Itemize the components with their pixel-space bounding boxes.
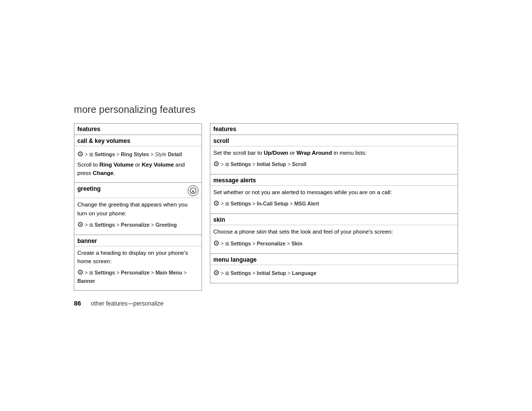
page-container: more personalizing features features cal… [74,94,458,317]
banner-text: Create a heading to display on your phon… [77,249,199,266]
banner-header: banner [74,235,201,246]
page-footer: 86 other features—personalize [74,300,458,307]
call-volumes-nav: ⊙ > ⊞ Settings > Ring Styles > Style Det… [77,149,199,159]
call-key-volumes-body: ⊙ > ⊞ Settings > Ring Styles > Style Det… [74,146,201,183]
greeting-header: greeting A [74,183,201,198]
skin-text: Choose a phone skin that sets the look a… [213,228,455,236]
footer-label: other features—personalize [91,300,163,307]
left-table: features call & key volumes ⊙ > ⊞ Settin… [74,123,202,291]
skin-nav: ⊙ > ⊞ Settings > Personalize > Skin [213,238,455,248]
menu-language-header: menu language [210,254,458,265]
greeting-icon: A [188,185,199,196]
svg-text:A: A [192,189,195,194]
message-alerts-body: Set whether or not you are alerted to me… [210,186,458,214]
page-title: more personalizing features [74,104,458,115]
skin-body: Choose a phone skin that sets the look a… [210,225,458,253]
scroll-body: Set the scroll bar to Up/Down or Wrap Ar… [210,146,458,174]
greeting-nav: ⊙ > ⊞ Settings > Personalize > Greeting [77,219,199,230]
skin-header: skin [210,214,458,225]
scroll-text: Set the scroll bar to Up/Down or Wrap Ar… [213,149,455,157]
message-alerts-header: message alerts [210,174,458,186]
greeting-body: Change the greeting that appears when yo… [74,198,201,235]
left-table-header: features [74,124,201,135]
banner-nav: ⊙ > ⊞ Settings > Personalize > Main Menu… [77,267,199,285]
menu-language-nav: ⊙ > ⊞ Settings > Initial Setup > Languag… [213,268,455,278]
greeting-text: Change the greeting that appears when yo… [77,201,199,218]
call-key-volumes-header: call & key volumes [74,135,201,146]
two-column-layout: features call & key volumes ⊙ > ⊞ Settin… [74,123,458,291]
call-volumes-text: Scroll to Ring Volume or Key Volume and … [77,161,199,178]
message-alerts-text: Set whether or not you are alerted to me… [213,188,455,197]
right-table-header: features [210,124,458,135]
menu-language-body: ⊙ > ⊞ Settings > Initial Setup > Languag… [210,265,458,283]
right-table: features scroll Set the scroll bar to Up… [210,123,458,283]
message-alerts-nav: ⊙ > ⊞ Settings > In-Call Setup > MSG Ale… [213,198,455,208]
banner-body: Create a heading to display on your phon… [74,246,201,290]
page-number: 86 [74,300,81,307]
scroll-header: scroll [210,135,458,146]
scroll-nav: ⊙ > ⊞ Settings > Initial Setup > Scroll [213,159,455,169]
